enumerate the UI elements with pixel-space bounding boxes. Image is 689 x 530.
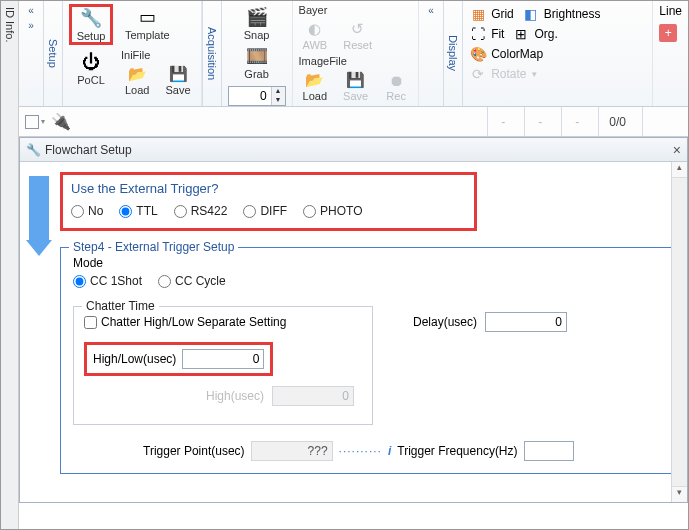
ini-load-button[interactable]: 📂 Load: [121, 63, 153, 98]
power-icon: ⏻: [82, 51, 100, 73]
setup-vtab[interactable]: Setup: [43, 1, 63, 106]
awb-button: ◐ AWB: [299, 18, 332, 53]
delay-input[interactable]: [485, 312, 567, 332]
collapse-left-icon[interactable]: «: [428, 5, 434, 16]
mode-cc1shot[interactable]: CC 1Shot: [73, 274, 142, 288]
bayer-header: Bayer: [299, 4, 413, 16]
snap-button[interactable]: 🎬 Snap: [228, 4, 286, 43]
trigger-option-ttl[interactable]: TTL: [119, 204, 157, 218]
highlow-label: High/Low(usec): [93, 352, 176, 366]
question-title: Use the External Trigger?: [71, 181, 466, 196]
scroll-down-icon[interactable]: ▾: [672, 486, 687, 502]
chatter-legend: Chatter Time: [82, 299, 159, 313]
palette-icon: 🎨: [469, 46, 487, 62]
mode-cccycle[interactable]: CC Cycle: [158, 274, 226, 288]
template-icon: ▭: [139, 6, 156, 28]
chatter-fieldset: Chatter Time Chatter High/Low Separate S…: [73, 306, 373, 425]
record-icon: ⏺: [389, 71, 404, 89]
grab-count-input[interactable]: [229, 89, 271, 103]
spinner-up-icon[interactable]: ▲: [272, 87, 285, 96]
fit-icon: ⛶: [469, 26, 487, 42]
idinfo-tab[interactable]: ID Info.: [1, 1, 19, 529]
bayer-reset-button: ↺ Reset: [339, 18, 376, 53]
folder-open-icon: 📂: [305, 71, 324, 89]
folder-open-icon: 📂: [128, 65, 147, 83]
status-ratio: 0/0: [609, 115, 626, 129]
inifile-header: IniFile: [121, 49, 195, 61]
external-trigger-question: Use the External Trigger? No TTL RS422 D…: [60, 172, 477, 231]
line-label: Line: [659, 4, 682, 18]
wrench-icon: 🔧: [26, 143, 41, 157]
high-label: High(usec): [206, 389, 264, 403]
image-load-button[interactable]: 📂 Load: [299, 69, 331, 104]
clapper-icon: 🎬: [246, 6, 268, 28]
image-rec-button: ⏺ Rec: [380, 69, 412, 104]
high-readonly: 0: [272, 386, 354, 406]
acquisition-vtab[interactable]: Acquisition: [202, 1, 222, 106]
grid-button[interactable]: ▦Grid: [469, 4, 514, 24]
trigger-option-diff[interactable]: DIFF: [243, 204, 287, 218]
dropdown-icon[interactable]: ▾: [41, 117, 45, 126]
ini-save-button[interactable]: 💾 Save: [161, 63, 194, 98]
status-strip: ▾ 🔌 - - - 0/0: [19, 107, 688, 137]
display-vtab[interactable]: Display: [443, 1, 463, 106]
step4-legend: Step4 - External Trigger Setup: [69, 240, 238, 254]
scroll-up-icon[interactable]: ▴: [672, 162, 687, 178]
status-dash: -: [498, 115, 508, 129]
mode-label: Mode: [73, 256, 660, 270]
grid-icon: ▦: [469, 6, 487, 22]
add-line-button[interactable]: +: [659, 24, 677, 42]
close-icon[interactable]: ×: [673, 142, 681, 158]
grab-count-spinner[interactable]: ▲▼: [228, 86, 286, 106]
highlow-highlight: High/Low(usec): [84, 342, 273, 376]
trigger-option-rs422[interactable]: RS422: [174, 204, 228, 218]
status-dash: -: [572, 115, 582, 129]
save-icon: 💾: [346, 71, 365, 89]
org-button[interactable]: ⊞Org.: [512, 24, 557, 44]
dots-icon: ··········: [339, 444, 382, 458]
step4-fieldset: Step4 - External Trigger Setup Mode CC 1…: [60, 247, 673, 474]
delay-label: Delay(usec): [413, 315, 477, 329]
awb-icon: ◐: [308, 20, 321, 38]
fit-button[interactable]: ⛶Fit: [469, 24, 504, 44]
trigger-freq-label: Trigger Frequency(Hz): [397, 444, 517, 458]
trigger-freq-input[interactable]: [524, 441, 574, 461]
setup-button[interactable]: 🔧 Setup: [69, 4, 113, 45]
dialog-scrollbar[interactable]: ▴ ▾: [671, 162, 687, 502]
reset-icon: ↺: [351, 20, 364, 38]
template-button[interactable]: ▭ Template: [121, 4, 174, 43]
chatter-separate-checkbox[interactable]: Chatter High/Low Separate Setting: [84, 315, 286, 329]
ribbon: « » Setup 🔧 Setup ▭ Template: [19, 1, 688, 107]
trigger-point-value: ???: [251, 441, 333, 461]
brightness-icon: ◧: [522, 6, 540, 22]
trigger-option-no[interactable]: No: [71, 204, 103, 218]
flowchart-setup-dialog: 🔧 Flowchart Setup × Use the External Tri…: [19, 137, 688, 503]
grab-button[interactable]: 🎞️ Grab: [228, 43, 286, 82]
brightness-button[interactable]: ◧Brightness: [522, 4, 601, 24]
colormap-button[interactable]: 🎨ColorMap: [469, 44, 646, 64]
collapse-left-icon[interactable]: «: [28, 5, 34, 16]
trigger-option-photo[interactable]: PHOTO: [303, 204, 362, 218]
info-icon: i: [388, 444, 391, 458]
connection-icon[interactable]: 🔌: [51, 112, 71, 131]
rotate-icon: ⟳: [469, 66, 487, 82]
rotate-button: ⟳Rotate▾: [469, 64, 646, 84]
wrench-icon: 🔧: [80, 7, 102, 29]
step-arrow-icon: [26, 176, 52, 494]
dialog-title: Flowchart Setup: [45, 143, 132, 157]
status-dash: -: [535, 115, 545, 129]
trigger-point-label: Trigger Point(usec): [143, 444, 245, 458]
spinner-down-icon[interactable]: ▼: [272, 96, 285, 105]
save-icon: 💾: [169, 65, 188, 83]
pocl-button[interactable]: ⏻ PoCL: [69, 49, 113, 88]
film-icon: 🎞️: [246, 45, 268, 67]
imagefile-header: ImageFile: [299, 55, 413, 67]
image-save-button: 💾 Save: [339, 69, 372, 104]
marquee-tool[interactable]: [25, 115, 39, 129]
collapse-right-icon[interactable]: »: [28, 20, 34, 31]
highlow-input[interactable]: [182, 349, 264, 369]
org-icon: ⊞: [512, 26, 530, 42]
